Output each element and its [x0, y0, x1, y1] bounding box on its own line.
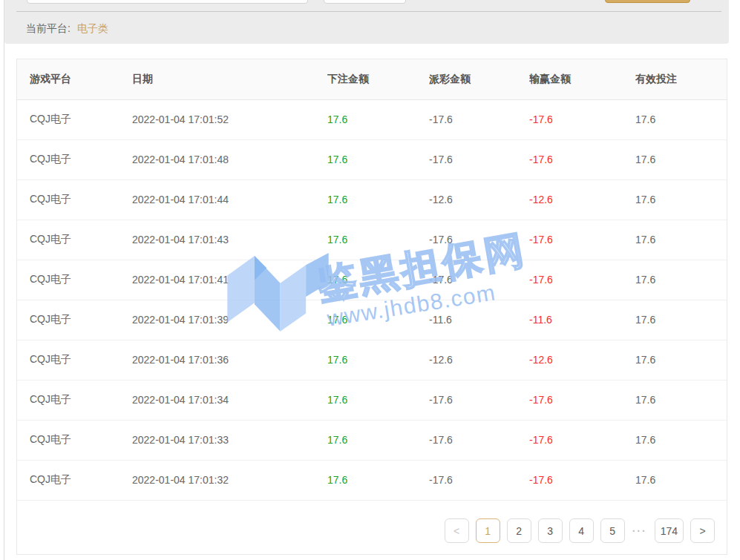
cell-payout-amount: -17.6 — [429, 260, 529, 300]
table-row: CQJ电子 2022-01-04 17:01:36 17.6 -12.6 -12… — [17, 340, 727, 380]
table-row: CQJ电子 2022-01-04 17:01:34 17.6 -17.6 -17… — [17, 380, 727, 420]
pagination-page-button[interactable]: 1 — [476, 518, 500, 543]
cell-payout-amount: -12.6 — [429, 179, 529, 220]
cell-bet-amount: 17.6 — [327, 139, 429, 179]
cell-game-platform: CQJ电子 — [17, 460, 132, 500]
table-row: CQJ电子 2022-01-04 17:01:39 17.6 -11.6 -11… — [17, 300, 727, 340]
cell-date: 2022-01-04 17:01:43 — [132, 220, 327, 260]
cell-game-platform: CQJ电子 — [17, 139, 132, 179]
cell-valid-bet: 17.6 — [635, 340, 727, 380]
cell-valid-bet: 17.6 — [635, 260, 727, 300]
cell-bet-amount: 17.6 — [327, 460, 429, 500]
cell-game-platform: CQJ电子 — [17, 300, 132, 340]
cell-winloss-amount: -12.6 — [529, 340, 635, 380]
cell-game-platform: CQJ电子 — [17, 260, 132, 300]
table-row: CQJ电子 2022-01-04 17:01:32 17.6 -17.6 -17… — [17, 460, 727, 500]
search-button[interactable] — [605, 0, 690, 3]
cell-valid-bet: 17.6 — [635, 220, 727, 260]
table-row: CQJ电子 2022-01-04 17:01:33 17.6 -17.6 -17… — [17, 420, 727, 460]
pagination-next-button[interactable]: > — [690, 518, 715, 543]
cell-date: 2022-01-04 17:01:41 — [132, 260, 327, 300]
platform-select[interactable] — [324, 0, 406, 4]
cell-valid-bet: 17.6 — [635, 300, 727, 340]
cell-winloss-amount: -17.6 — [529, 380, 635, 420]
col-header-bet-amount: 下注金额 — [327, 59, 429, 99]
cell-valid-bet: 17.6 — [635, 460, 727, 500]
cell-winloss-amount: -17.6 — [529, 220, 635, 260]
table-row: CQJ电子 2022-01-04 17:01:52 17.6 -17.6 -17… — [17, 99, 727, 139]
cell-winloss-amount: -17.6 — [529, 139, 635, 179]
cell-payout-amount: -17.6 — [429, 99, 529, 139]
col-header-valid-bet: 有效投注 — [635, 59, 727, 99]
cell-valid-bet: 17.6 — [635, 179, 727, 220]
cell-winloss-amount: -17.6 — [529, 260, 635, 300]
pagination-page-button[interactable]: 3 — [538, 518, 563, 543]
cell-winloss-amount: -11.6 — [529, 300, 635, 340]
cell-winloss-amount: -17.6 — [529, 99, 635, 139]
cell-bet-amount: 17.6 — [327, 260, 429, 300]
pagination-prev-button[interactable]: < — [445, 518, 469, 543]
cell-payout-amount: -17.6 — [429, 380, 529, 420]
cell-date: 2022-01-04 17:01:48 — [132, 139, 327, 179]
cell-payout-amount: -17.6 — [429, 139, 529, 179]
col-header-game-platform: 游戏平台 — [17, 59, 132, 99]
pagination: < 12345 ··· 174 > — [445, 518, 715, 543]
cell-bet-amount: 17.6 — [327, 380, 429, 420]
cell-game-platform: CQJ电子 — [17, 380, 132, 420]
cell-date: 2022-01-04 17:01:34 — [132, 380, 327, 420]
table-header-row: 游戏平台 日期 下注金额 派彩金额 输赢金额 有效投注 — [17, 59, 727, 99]
cell-game-platform: CQJ电子 — [17, 99, 132, 139]
pagination-pages: 12345 — [476, 518, 625, 543]
current-platform-label: 当前平台: — [26, 22, 71, 34]
cell-winloss-amount: -12.6 — [529, 179, 635, 220]
cell-bet-amount: 17.6 — [327, 99, 429, 139]
cell-bet-amount: 17.6 — [327, 300, 429, 340]
cell-valid-bet: 17.6 — [635, 420, 727, 460]
pagination-page-button[interactable]: 4 — [569, 518, 594, 543]
cell-valid-bet: 17.6 — [635, 99, 727, 139]
filter-panel: 当前平台:电子类 — [4, 0, 729, 44]
cell-valid-bet: 17.6 — [635, 139, 727, 179]
table-row: CQJ电子 2022-01-04 17:01:43 17.6 -17.6 -17… — [17, 220, 727, 260]
cell-payout-amount: -17.6 — [429, 220, 529, 260]
cell-payout-amount: -12.6 — [429, 340, 529, 380]
col-header-date: 日期 — [132, 59, 327, 99]
pagination-page-button[interactable]: 5 — [600, 518, 625, 543]
cell-game-platform: CQJ电子 — [17, 179, 132, 220]
table-row: CQJ电子 2022-01-04 17:01:48 17.6 -17.6 -17… — [17, 139, 727, 179]
bet-records-table: 游戏平台 日期 下注金额 派彩金额 输赢金额 有效投注 CQJ电子 2022-0… — [17, 59, 727, 501]
cell-game-platform: CQJ电子 — [17, 220, 132, 260]
table-row: CQJ电子 2022-01-04 17:01:41 17.6 -17.6 -17… — [17, 260, 727, 300]
current-platform-value: 电子类 — [77, 22, 108, 34]
cell-bet-amount: 17.6 — [327, 179, 429, 220]
table-body: CQJ电子 2022-01-04 17:01:52 17.6 -17.6 -17… — [17, 99, 727, 500]
cell-bet-amount: 17.6 — [327, 220, 429, 260]
pagination-ellipsis-icon: ··· — [632, 518, 648, 543]
panel-divider — [16, 11, 721, 12]
pagination-last-page-button[interactable]: 174 — [655, 518, 684, 543]
current-platform-bar: 当前平台:电子类 — [26, 22, 108, 36]
page-left-border — [4, 0, 4, 560]
cell-date: 2022-01-04 17:01:44 — [132, 179, 327, 220]
cell-bet-amount: 17.6 — [327, 340, 429, 380]
cell-date: 2022-01-04 17:01:32 — [132, 460, 327, 500]
cell-date: 2022-01-04 17:01:39 — [132, 300, 327, 340]
cell-payout-amount: -17.6 — [429, 460, 529, 500]
cell-date: 2022-01-04 17:01:52 — [132, 99, 327, 139]
cell-date: 2022-01-04 17:01:33 — [132, 420, 327, 460]
cell-winloss-amount: -17.6 — [529, 420, 635, 460]
col-header-payout-amount: 派彩金额 — [429, 59, 529, 99]
cell-valid-bet: 17.6 — [635, 380, 727, 420]
cell-game-platform: CQJ电子 — [17, 420, 132, 460]
col-header-winloss-amount: 输赢金额 — [529, 59, 635, 99]
cell-date: 2022-01-04 17:01:36 — [132, 340, 327, 380]
cell-bet-amount: 17.6 — [327, 420, 429, 460]
cell-payout-amount: -17.6 — [429, 420, 529, 460]
cell-payout-amount: -11.6 — [429, 300, 529, 340]
bet-records-card: 游戏平台 日期 下注金额 派彩金额 输赢金额 有效投注 CQJ电子 2022-0… — [16, 59, 727, 555]
cell-winloss-amount: -17.6 — [529, 460, 635, 500]
date-range-input[interactable] — [27, 0, 308, 4]
pagination-page-button[interactable]: 2 — [507, 518, 531, 543]
cell-game-platform: CQJ电子 — [17, 340, 132, 380]
table-row: CQJ电子 2022-01-04 17:01:44 17.6 -12.6 -12… — [17, 179, 727, 220]
